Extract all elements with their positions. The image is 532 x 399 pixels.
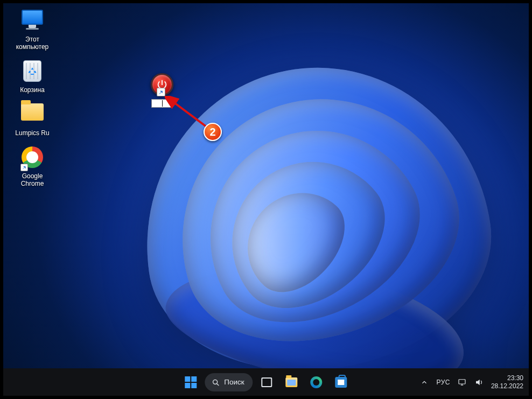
file-explorer-button[interactable] [281, 372, 303, 393]
clock-time: 23:30 [491, 374, 523, 382]
desktop-icon-lumpics-folder[interactable]: Lumpics Ru [12, 103, 53, 137]
taskbar-center-group: Поиск [180, 372, 352, 393]
svg-line-2 [217, 383, 219, 385]
task-view-button[interactable] [256, 372, 278, 393]
desktop-icon-shutdown-shortcut[interactable] [146, 73, 178, 108]
windows-logo-icon [185, 376, 197, 388]
desktop-icon-label: Google Chrome [12, 172, 53, 187]
taskbar: Поиск РУС 23:30 28.12.2022 [3, 368, 529, 396]
edge-button[interactable] [306, 372, 327, 393]
svg-point-1 [213, 380, 218, 384]
desktop-icon-label: Lumpics Ru [12, 129, 53, 137]
volume-button[interactable] [474, 377, 485, 388]
shortcut-arrow-icon [157, 88, 165, 96]
network-button[interactable] [457, 377, 467, 388]
recycle-bin-icon [20, 60, 44, 84]
desktop-icon-recycle-bin[interactable]: Корзина [12, 60, 53, 94]
desktop-icon-this-pc[interactable]: Этот компьютер [12, 10, 53, 51]
desktop-icon-google-chrome[interactable]: Google Chrome [12, 146, 53, 187]
rename-input[interactable] [151, 99, 173, 108]
taskbar-clock[interactable]: 23:30 28.12.2022 [491, 374, 523, 390]
desktop-icon-column: Этот компьютер Корзина Lumpics Ru Google… [12, 10, 55, 197]
tray-overflow-button[interactable] [419, 377, 430, 388]
power-icon [151, 73, 173, 96]
desktop-icon-label: Этот компьютер [12, 36, 53, 51]
chevron-up-icon [421, 379, 428, 386]
desktop-icon-label: Корзина [12, 86, 53, 94]
microsoft-store-button[interactable] [331, 372, 352, 393]
chrome-icon [20, 146, 44, 170]
shortcut-arrow-icon [20, 164, 28, 171]
desktop[interactable]: Этот компьютер Корзина Lumpics Ru Google… [3, 3, 529, 368]
clock-date: 28.12.2022 [491, 382, 523, 390]
system-tray: РУС 23:30 28.12.2022 [419, 374, 523, 390]
speaker-icon [474, 377, 484, 387]
network-icon [457, 377, 467, 387]
task-view-icon [262, 377, 272, 387]
taskbar-search-label: Поиск [224, 378, 244, 386]
file-explorer-icon [286, 377, 298, 387]
search-icon [211, 378, 220, 387]
this-pc-icon [20, 10, 44, 33]
folder-icon [20, 103, 44, 127]
store-icon [335, 377, 347, 388]
taskbar-search[interactable]: Поиск [205, 373, 253, 391]
language-indicator[interactable]: РУС [436, 379, 450, 386]
edge-icon [311, 376, 323, 388]
svg-rect-3 [459, 379, 465, 383]
start-button[interactable] [180, 372, 201, 393]
